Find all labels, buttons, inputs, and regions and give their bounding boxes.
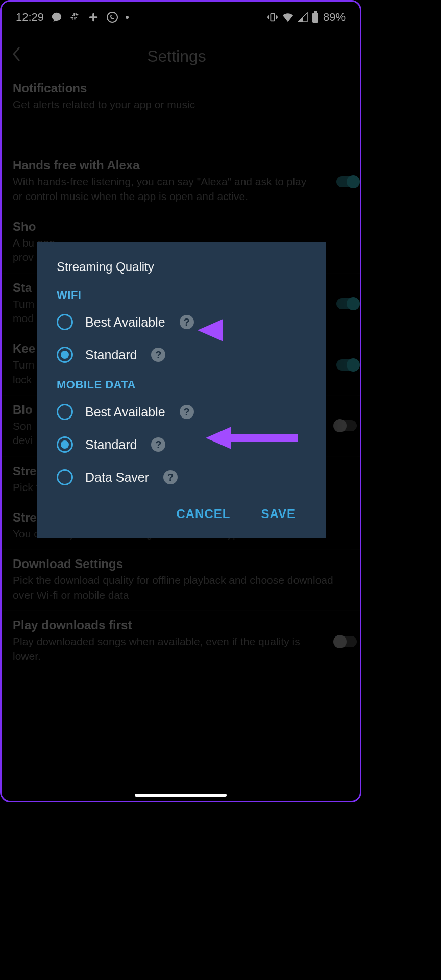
option-label: Data Saver: [85, 470, 149, 485]
quality-option[interactable]: Standard?: [37, 338, 326, 371]
radio-button[interactable]: [57, 436, 73, 453]
option-label: Best Available: [85, 405, 165, 420]
help-icon[interactable]: ?: [180, 405, 194, 419]
radio-button[interactable]: [57, 469, 73, 485]
option-label: Standard: [85, 348, 137, 362]
help-icon[interactable]: ?: [151, 348, 165, 362]
dialog-section-label: MOBILE DATA: [37, 371, 326, 396]
quality-option[interactable]: Best Available?: [37, 396, 326, 428]
dialog-section-label: WIFI: [37, 281, 326, 306]
radio-button[interactable]: [57, 404, 73, 420]
quality-option[interactable]: Standard?: [37, 428, 326, 461]
option-label: Best Available: [85, 315, 165, 330]
radio-button[interactable]: [57, 347, 73, 363]
streaming-quality-dialog: Streaming Quality WIFIBest Available?Sta…: [37, 242, 326, 538]
quality-option[interactable]: Best Available?: [37, 306, 326, 338]
option-label: Standard: [85, 437, 137, 452]
help-icon[interactable]: ?: [180, 315, 194, 329]
save-button[interactable]: SAVE: [261, 507, 296, 521]
nav-pill: [135, 794, 227, 797]
cancel-button[interactable]: CANCEL: [176, 507, 230, 521]
help-icon[interactable]: ?: [151, 437, 165, 452]
help-icon[interactable]: ?: [163, 470, 178, 484]
radio-button[interactable]: [57, 314, 73, 330]
dialog-title: Streaming Quality: [37, 260, 326, 281]
quality-option[interactable]: Data Saver?: [37, 461, 326, 494]
